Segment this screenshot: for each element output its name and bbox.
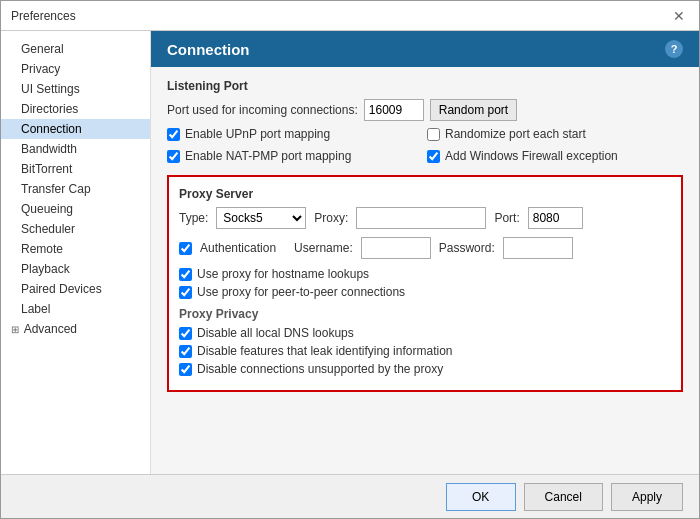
sidebar-item-scheduler[interactable]: Scheduler	[1, 219, 150, 239]
sidebar-item-label: Privacy	[21, 62, 60, 76]
auth-label: Authentication	[200, 241, 276, 255]
p2p-checkbox-row: Use proxy for peer-to-peer connections	[179, 285, 671, 299]
title-bar: Preferences ✕	[1, 1, 699, 31]
sidebar-item-label: Directories	[21, 102, 78, 116]
type-label: Type:	[179, 211, 208, 225]
sidebar-item-label: Paired Devices	[21, 282, 102, 296]
nat-checkbox-row: Enable NAT-PMP port mapping	[167, 149, 423, 163]
proxy-port-input[interactable]	[528, 207, 583, 229]
proxy-privacy-title: Proxy Privacy	[179, 307, 671, 321]
sidebar-item-paired-devices[interactable]: Paired Devices	[1, 279, 150, 299]
sidebar-item-bittorrent[interactable]: BitTorrent	[1, 159, 150, 179]
proxy-server-title: Proxy Server	[179, 187, 671, 201]
features-checkbox[interactable]	[179, 345, 192, 358]
sidebar-item-label: General	[21, 42, 64, 56]
panel-body: Listening Port Port used for incoming co…	[151, 67, 699, 474]
sidebar-item-queueing[interactable]: Queueing	[1, 199, 150, 219]
preferences-window: Preferences ✕ General Privacy UI Setting…	[0, 0, 700, 519]
unsupported-checkbox-row: Disable connections unsupported by the p…	[179, 362, 671, 376]
port-row: Port used for incoming connections: Rand…	[167, 99, 683, 121]
help-icon[interactable]: ?	[665, 40, 683, 58]
randomize-checkbox-row: Randomize port each start	[427, 127, 683, 141]
proxy-label: Proxy:	[314, 211, 348, 225]
sidebar-item-label: UI Settings	[21, 82, 80, 96]
sidebar: General Privacy UI Settings Directories …	[1, 31, 151, 474]
randomize-label: Randomize port each start	[445, 127, 586, 141]
window-title: Preferences	[11, 9, 76, 23]
hostname-checkbox-row: Use proxy for hostname lookups	[179, 267, 671, 281]
panel-header: Connection ?	[151, 31, 699, 67]
sidebar-item-privacy[interactable]: Privacy	[1, 59, 150, 79]
proxy-type-row: Type: None Socks4 Socks5 HTTPS Proxy: Po…	[179, 207, 671, 229]
nat-checkbox[interactable]	[167, 150, 180, 163]
unsupported-checkbox[interactable]	[179, 363, 192, 376]
sidebar-item-label: Advanced	[24, 322, 77, 336]
sidebar-item-label: Bandwidth	[21, 142, 77, 156]
port-input[interactable]	[364, 99, 424, 121]
sidebar-item-general[interactable]: General	[1, 39, 150, 59]
proxy-host-input[interactable]	[356, 207, 486, 229]
upnp-label: Enable UPnP port mapping	[185, 127, 330, 141]
sidebar-item-label: Queueing	[21, 202, 73, 216]
sidebar-item-connection[interactable]: Connection	[1, 119, 150, 139]
listening-port-title: Listening Port	[167, 79, 683, 93]
sidebar-item-playback[interactable]: Playback	[1, 259, 150, 279]
password-label: Password:	[439, 241, 495, 255]
p2p-label: Use proxy for peer-to-peer connections	[197, 285, 405, 299]
dns-checkbox-row: Disable all local DNS lookups	[179, 326, 671, 340]
hostname-label: Use proxy for hostname lookups	[197, 267, 369, 281]
sidebar-item-advanced[interactable]: ⊞ Advanced	[1, 319, 150, 339]
sidebar-item-label: Connection	[21, 122, 82, 136]
randomize-checkbox[interactable]	[427, 128, 440, 141]
proxy-section: Proxy Server Type: None Socks4 Socks5 HT…	[167, 175, 683, 392]
nat-label: Enable NAT-PMP port mapping	[185, 149, 351, 163]
features-label: Disable features that leak identifying i…	[197, 344, 452, 358]
upnp-checkbox[interactable]	[167, 128, 180, 141]
proxy-auth-row: Authentication Username: Password:	[179, 237, 671, 259]
firewall-checkbox-row: Add Windows Firewall exception	[427, 149, 683, 163]
sidebar-item-label: Label	[21, 302, 50, 316]
sidebar-item-directories[interactable]: Directories	[1, 99, 150, 119]
username-input[interactable]	[361, 237, 431, 259]
main-panel: Connection ? Listening Port Port used fo…	[151, 31, 699, 474]
sidebar-item-bandwidth[interactable]: Bandwidth	[1, 139, 150, 159]
sidebar-item-ui-settings[interactable]: UI Settings	[1, 79, 150, 99]
bottom-bar: OK Cancel Apply	[1, 474, 699, 518]
proxy-type-select[interactable]: None Socks4 Socks5 HTTPS	[216, 207, 306, 229]
sidebar-item-label: BitTorrent	[21, 162, 72, 176]
dns-label: Disable all local DNS lookups	[197, 326, 354, 340]
sidebar-item-label: Remote	[21, 242, 63, 256]
firewall-label: Add Windows Firewall exception	[445, 149, 618, 163]
expand-icon: ⊞	[11, 324, 21, 335]
hostname-checkbox[interactable]	[179, 268, 192, 281]
content-area: General Privacy UI Settings Directories …	[1, 31, 699, 474]
username-label: Username:	[294, 241, 353, 255]
features-checkbox-row: Disable features that leak identifying i…	[179, 344, 671, 358]
cancel-button[interactable]: Cancel	[524, 483, 603, 511]
sidebar-item-remote[interactable]: Remote	[1, 239, 150, 259]
p2p-checkbox[interactable]	[179, 286, 192, 299]
port-label: Port used for incoming connections:	[167, 103, 358, 117]
upnp-checkbox-row: Enable UPnP port mapping	[167, 127, 423, 141]
sidebar-item-transfer-cap[interactable]: Transfer Cap	[1, 179, 150, 199]
sidebar-item-label: Playback	[21, 262, 70, 276]
sidebar-item-label: Transfer Cap	[21, 182, 91, 196]
panel-title: Connection	[167, 41, 250, 58]
unsupported-label: Disable connections unsupported by the p…	[197, 362, 443, 376]
ok-button[interactable]: OK	[446, 483, 516, 511]
auth-checkbox[interactable]	[179, 242, 192, 255]
sidebar-item-label: Scheduler	[21, 222, 75, 236]
sidebar-item-label-item[interactable]: Label	[1, 299, 150, 319]
firewall-checkbox[interactable]	[427, 150, 440, 163]
password-input[interactable]	[503, 237, 573, 259]
random-port-button[interactable]: Random port	[430, 99, 517, 121]
apply-button[interactable]: Apply	[611, 483, 683, 511]
close-button[interactable]: ✕	[669, 8, 689, 24]
port-label-proxy: Port:	[494, 211, 519, 225]
dns-checkbox[interactable]	[179, 327, 192, 340]
